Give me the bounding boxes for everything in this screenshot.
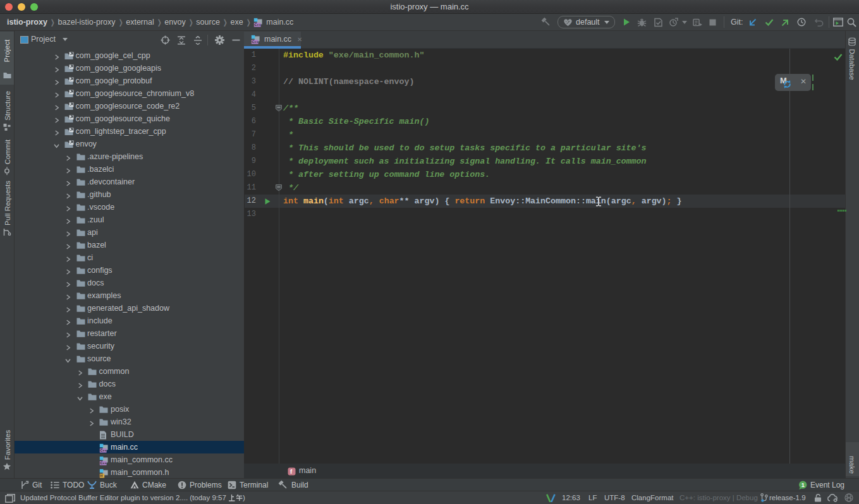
svg-text:C++: C++ (252, 40, 258, 44)
svg-text:C++: C++ (100, 461, 106, 465)
svg-text:C++: C++ (255, 23, 261, 27)
svg-text:1: 1 (801, 482, 805, 488)
svg-text:C++: C++ (100, 448, 106, 452)
svg-text:H: H (100, 474, 102, 477)
